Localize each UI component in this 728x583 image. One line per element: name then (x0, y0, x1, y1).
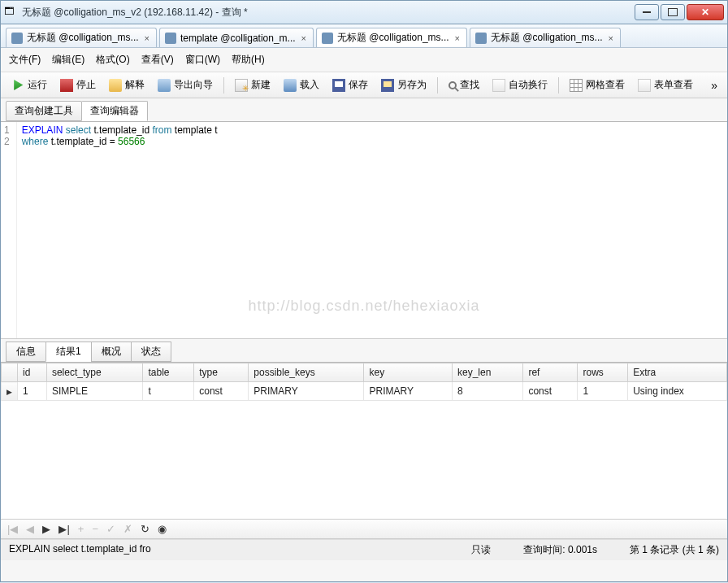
result-tab-status[interactable]: 状态 (131, 342, 171, 362)
col-table[interactable]: table (143, 363, 194, 382)
status-record: 第 1 条记录 (共 1 条) (630, 543, 719, 557)
result-tabs: 信息 结果1 概况 状态 (1, 339, 727, 363)
grid-icon (570, 79, 583, 92)
nav-prev[interactable]: ◀ (26, 523, 34, 535)
nav-del[interactable]: − (92, 523, 98, 535)
nav-play[interactable]: ▶ (42, 523, 50, 535)
close-icon[interactable]: × (453, 33, 462, 43)
export-button[interactable]: 导出向导 (152, 75, 219, 95)
result-tab-profile[interactable]: 概况 (91, 342, 132, 362)
minimize-button[interactable] (635, 4, 659, 20)
query-icon (322, 33, 333, 44)
toolbar-label: 表单查看 (654, 78, 693, 92)
separator (437, 77, 438, 94)
nav-refresh[interactable]: ↻ (141, 523, 150, 535)
explain-button[interactable]: 解释 (103, 75, 150, 95)
cell[interactable]: PRIMARY (249, 382, 364, 401)
saveas-icon (381, 79, 394, 92)
menu-window[interactable]: 窗口(W) (185, 53, 220, 67)
table-row[interactable]: 1 SIMPLE t const PRIMARY PRIMARY 8 const… (2, 382, 727, 401)
sql-editor[interactable]: 12 EXPLAIN select t.template_id from tem… (1, 122, 727, 339)
cell[interactable]: 1 (18, 382, 47, 401)
doc-tab-3[interactable]: 无标题 @colligation_ms...× (470, 28, 621, 47)
gridview-button[interactable]: 网格查看 (564, 75, 630, 95)
cell[interactable]: 8 (452, 382, 522, 401)
document-tabs: 无标题 @colligation_ms...× template @collig… (1, 24, 727, 48)
menu-view[interactable]: 查看(V) (141, 53, 174, 67)
find-button[interactable]: 查找 (443, 75, 485, 95)
doc-tab-0[interactable]: 无标题 @colligation_ms...× (6, 28, 157, 47)
load-button[interactable]: 载入 (278, 75, 325, 95)
new-button[interactable]: 新建 (229, 75, 276, 95)
result-tab-result[interactable]: 结果1 (46, 342, 92, 362)
watermark: http://blog.csdn.net/hehexiaoxia (248, 298, 479, 315)
run-button[interactable]: 运行 (6, 75, 53, 95)
menu-edit[interactable]: 编辑(E) (52, 53, 84, 67)
separator (223, 77, 224, 94)
saveas-button[interactable]: 另存为 (375, 75, 432, 95)
cell[interactable]: 1 (578, 382, 628, 401)
wrap-button[interactable]: 自动换行 (487, 75, 553, 95)
cell[interactable]: t (143, 382, 194, 401)
result-tab-info[interactable]: 信息 (6, 342, 46, 362)
cell[interactable]: Using index (628, 382, 727, 401)
menu-help[interactable]: 帮助(H) (232, 53, 265, 67)
grid-header-row: id select_type table type possible_keys … (2, 363, 727, 382)
toolbar-label: 保存 (349, 78, 368, 92)
current-row-indicator (2, 382, 18, 401)
col-select-type[interactable]: select_type (46, 363, 143, 382)
close-icon[interactable]: × (143, 33, 151, 43)
col-type[interactable]: type (194, 363, 249, 382)
result-grid: id select_type table type possible_keys … (1, 363, 727, 401)
stop-button[interactable]: 停止 (54, 75, 102, 95)
nav-next[interactable]: ▶| (58, 523, 69, 535)
status-readonly: 只读 (471, 543, 491, 557)
sql-code[interactable]: EXPLAIN select t.template_id from templa… (17, 122, 223, 338)
nav-end[interactable]: ◉ (158, 523, 167, 535)
doc-tab-label: template @colligation_m... (180, 33, 296, 44)
formview-button[interactable]: 表单查看 (632, 75, 699, 95)
subtab-builder[interactable]: 查询创建工具 (6, 101, 82, 121)
close-icon[interactable]: × (607, 33, 615, 43)
col-rows[interactable]: rows (578, 363, 628, 382)
toolbar-label: 停止 (76, 78, 96, 92)
subtab-editor[interactable]: 查询编辑器 (81, 101, 148, 121)
save-icon (332, 79, 345, 92)
toolbar: 运行 停止 解释 导出向导 新建 载入 保存 另存为 查找 自动换行 网格查看 … (1, 72, 727, 98)
col-key[interactable]: key (364, 363, 453, 382)
save-button[interactable]: 保存 (327, 75, 374, 95)
explain-icon (109, 79, 122, 92)
doc-tab-label: 无标题 @colligation_ms... (491, 31, 603, 45)
status-query: EXPLAIN select t.template_id fro (9, 543, 236, 557)
maximize-button[interactable] (661, 4, 685, 20)
cell[interactable]: const (523, 382, 578, 401)
nav-first[interactable]: |◀ (7, 523, 18, 535)
col-key-len[interactable]: key_len (452, 363, 522, 382)
close-button[interactable] (687, 4, 724, 20)
cell[interactable]: const (194, 382, 249, 401)
doc-tab-2[interactable]: 无标题 @colligation_ms...× (316, 28, 467, 47)
doc-tab-1[interactable]: template @colligation_m...× (159, 28, 314, 47)
nav-add[interactable]: + (78, 523, 84, 535)
menu-format[interactable]: 格式(O) (96, 53, 129, 67)
window-title: 无标题 @colligation_ms_v2 (192.168.11.42) -… (22, 6, 635, 20)
query-icon (475, 33, 487, 44)
toolbar-overflow[interactable]: » (706, 79, 722, 92)
nav-cancel[interactable]: ✗ (124, 523, 132, 535)
nav-ok[interactable]: ✓ (106, 523, 115, 535)
col-ref[interactable]: ref (523, 363, 578, 382)
col-id[interactable]: id (18, 363, 47, 382)
toolbar-label: 解释 (125, 78, 145, 92)
query-icon (165, 33, 176, 44)
window-controls (635, 4, 724, 20)
menu-file[interactable]: 文件(F) (9, 53, 41, 67)
window-titlebar: 🗔 无标题 @colligation_ms_v2 (192.168.11.42)… (0, 0, 728, 24)
close-icon[interactable]: × (300, 33, 308, 43)
col-possible-keys[interactable]: possible_keys (249, 363, 364, 382)
line-gutter: 12 (1, 122, 17, 338)
toolbar-label: 网格查看 (586, 78, 625, 92)
col-extra[interactable]: Extra (628, 363, 727, 382)
result-grid-wrap[interactable]: id select_type table type possible_keys … (1, 363, 727, 520)
cell[interactable]: PRIMARY (364, 382, 453, 401)
cell[interactable]: SIMPLE (46, 382, 143, 401)
